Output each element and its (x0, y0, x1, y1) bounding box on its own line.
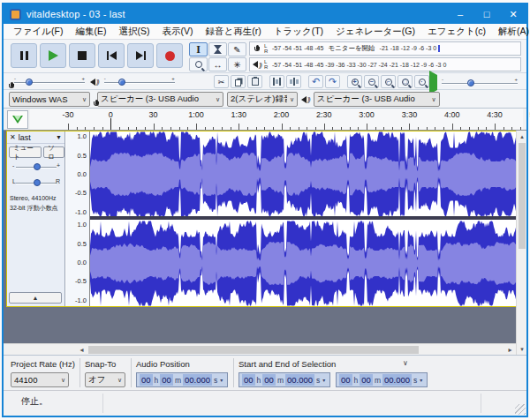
project-rate-select[interactable]: 44100∨ (11, 372, 69, 387)
menu-item-1[interactable]: 編集(E) (69, 24, 112, 39)
zoom-toggle-button[interactable]: · (414, 75, 429, 88)
vertical-scale-label: 0.5 (78, 152, 87, 160)
recording-device-select[interactable]: スピーカー (3- USB Audio∨ (97, 92, 223, 107)
redo-button[interactable]: ↷ (325, 75, 340, 88)
time-digit-group[interactable]: 00 (339, 374, 352, 386)
resize-grip[interactable] (515, 404, 526, 415)
maximize-button[interactable]: □ (473, 4, 500, 24)
time-digit-group[interactable]: 00 (262, 374, 276, 386)
ruler-label: 4:30 (487, 110, 503, 119)
track-name[interactable]: last (19, 133, 56, 142)
playback-volume-slider[interactable]: - + (104, 78, 175, 86)
skip-to-end-button[interactable] (127, 43, 154, 68)
toolbar-row-1: I ✎ ↔ ✳ LR -57 -54 -51 -48 -45モニターを開始-21… (4, 40, 526, 73)
play-at-speed-button[interactable] (429, 75, 437, 91)
playback-device-select[interactable]: スピーカー (3- USB Audio∨ (314, 92, 440, 107)
pan-slider[interactable]: L R (11, 177, 62, 188)
zoom-tool-button[interactable] (189, 57, 208, 71)
time-digit-group[interactable]: 00 (360, 374, 373, 386)
waveform-display[interactable] (90, 131, 516, 306)
time-digit-group[interactable]: 00 (242, 374, 255, 386)
minimize-button[interactable]: – (447, 4, 473, 24)
title-bar[interactable]: vitaldesktop - 03 - last – □ ✕ (4, 4, 526, 24)
draw-tool-button[interactable]: ✎ (228, 42, 246, 56)
paste-button[interactable] (247, 75, 262, 88)
silence-icon (290, 78, 299, 86)
solo-button[interactable]: ソロ (43, 146, 64, 158)
multi-tool-button[interactable]: ✳ (228, 57, 246, 71)
snap-to-select[interactable]: オフ∨ (85, 372, 125, 387)
selection-tool-button[interactable]: I (189, 42, 208, 56)
fit-project-button[interactable]: □ (398, 75, 413, 88)
play-button[interactable] (40, 43, 66, 68)
gain-slider[interactable]: - + (11, 161, 62, 172)
menu-item-5[interactable]: トラック(T) (268, 24, 329, 39)
ruler-tick (401, 127, 402, 130)
time-digit-group[interactable]: 00.000 (183, 374, 212, 386)
time-digit-group[interactable]: 00.000 (285, 374, 314, 386)
close-button[interactable]: ✕ (500, 4, 526, 24)
play-speed-slider[interactable]: - + (442, 79, 518, 87)
record-button[interactable] (156, 43, 183, 68)
pause-button[interactable] (11, 43, 37, 68)
mute-button[interactable]: ミュート (9, 146, 42, 158)
time-digit-group[interactable]: 00 (140, 374, 153, 386)
timeline-ruler[interactable]: -300301:001:302:002:303:003:304:004:305:… (30, 109, 523, 130)
skip-end-icon (136, 51, 146, 60)
recording-volume-slider[interactable]: - + (14, 78, 85, 86)
time-digit-group[interactable]: 00.000 (382, 374, 412, 386)
audio-host-select[interactable]: Windows WAS∨ (9, 92, 90, 107)
track-format-info: Stereo, 44100Hz (10, 195, 57, 201)
undo-button[interactable]: ↶ (308, 75, 323, 88)
envelope-icon (214, 45, 222, 54)
cut-button[interactable]: ✂ (214, 75, 229, 88)
menu-item-7[interactable]: エフェクト(c) (421, 24, 492, 39)
copy-button[interactable] (231, 75, 246, 88)
vertical-scroll-thumb[interactable] (519, 143, 526, 249)
pinned-play-head-button[interactable] (7, 110, 28, 129)
monitor-start-label[interactable]: モニターを開始 (328, 44, 375, 52)
silence-audio-button[interactable] (286, 75, 301, 88)
time-field-dropdown-icon[interactable]: ▾ (220, 377, 223, 383)
menu-item-2[interactable]: 選択(S) (112, 24, 155, 39)
track-collapse-button[interactable]: ▲ (9, 292, 62, 304)
menu-item-6[interactable]: ジェネレーター(G) (329, 24, 421, 39)
menu-item-3[interactable]: 表示(V) (155, 24, 199, 39)
vertical-scale-ruler[interactable]: 1.00.50.0-0.5-1.0 1.00.50.0-0.5-1.0 (66, 131, 90, 306)
zoom-to-selection-button[interactable]: ⌐ (381, 75, 396, 88)
ruler-tick (222, 127, 223, 130)
zoom-out-button[interactable]: − (364, 75, 379, 88)
scroll-up-arrow[interactable]: ▴ (517, 131, 527, 142)
audio-track[interactable]: ✕ last ▼ ミュート ソロ - + L (6, 131, 517, 307)
horizontal-scroll-thumb[interactable] (88, 346, 419, 354)
recording-meter[interactable]: LR -57 -54 -51 -48 -45モニターを開始-21 -18 -12… (249, 41, 521, 56)
track-menu-dropdown-icon[interactable]: ▼ (56, 134, 64, 140)
ruler-tick (68, 124, 69, 130)
menu-item-4[interactable]: 録音と再生(r) (199, 24, 267, 39)
horizontal-scrollbar[interactable]: ◂ ▸ (4, 343, 516, 355)
trim-audio-button[interactable] (269, 75, 284, 88)
skip-to-start-button[interactable] (98, 43, 125, 68)
redo-icon: ↷ (329, 77, 337, 86)
track-close-button[interactable]: ✕ (7, 133, 19, 141)
time-field-dropdown-icon[interactable]: ▾ (420, 377, 422, 383)
track-header[interactable]: ✕ last ▼ (7, 131, 64, 144)
playback-meter[interactable]: )) LR -57 -54 -51 -48 -45 -39 -36 -33 -3… (249, 57, 521, 71)
selection-start-field[interactable]: 00h00m00.000s▾ (238, 372, 330, 387)
vertical-scrollbar[interactable]: ▴ ▾ (516, 131, 526, 355)
envelope-tool-button[interactable] (208, 42, 227, 56)
menu-item-0[interactable]: ファイル(F) (7, 24, 69, 39)
audio-position-field[interactable]: 00h00m00.000s▾ (136, 372, 228, 387)
zoom-toggle-icon: · (419, 79, 426, 86)
zoom-in-button[interactable]: + (347, 75, 362, 88)
scroll-down-arrow[interactable]: ▾ (517, 343, 527, 355)
time-digit-group[interactable]: 00 (160, 374, 173, 386)
menu-item-8[interactable]: 解析(A) (492, 24, 530, 39)
selection-mode-dropdown-icon[interactable]: ∨ (403, 359, 408, 367)
ruler-tick (460, 127, 461, 130)
time-field-dropdown-icon[interactable]: ▾ (322, 377, 325, 383)
selection-end-field[interactable]: 00h00m00.000s▾ (336, 372, 428, 387)
stop-button[interactable] (69, 43, 95, 68)
timeshift-tool-button[interactable]: ↔ (208, 57, 227, 71)
recording-channels-select[interactable]: 2(ステレオ)録音∨ (227, 92, 298, 107)
